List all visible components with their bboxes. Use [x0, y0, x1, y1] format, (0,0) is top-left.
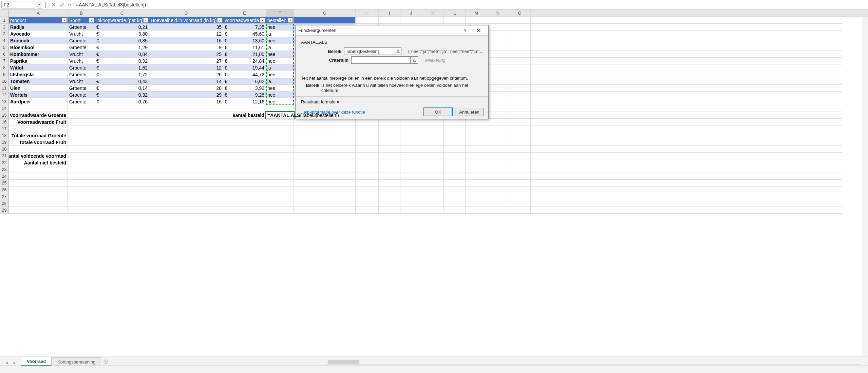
- cell[interactable]: [531, 207, 842, 214]
- cell[interactable]: [487, 51, 509, 58]
- sheet-tab-voorraad[interactable]: Voorraad: [21, 357, 52, 366]
- cell-voorraadwaarde[interactable]: €19,44: [223, 64, 266, 71]
- cell[interactable]: [95, 159, 149, 166]
- dialog-titlebar[interactable]: Functieargumenten ?: [296, 25, 488, 36]
- cell[interactable]: [400, 119, 422, 125]
- cell[interactable]: [95, 139, 149, 146]
- filter-button[interactable]: [89, 18, 94, 23]
- cell-soort[interactable]: Vrucht: [68, 58, 95, 64]
- cell[interactable]: [223, 105, 266, 112]
- cell-A16[interactable]: Voorraadwaarde Fruit: [9, 119, 68, 125]
- cell-hoeveelheid[interactable]: 25: [149, 51, 223, 58]
- row-header-4[interactable]: 4: [0, 37, 9, 44]
- cell[interactable]: [95, 153, 149, 159]
- cell[interactable]: [379, 180, 400, 186]
- cell[interactable]: [531, 125, 842, 132]
- cell[interactable]: [68, 159, 95, 166]
- cell[interactable]: [68, 119, 95, 125]
- cell[interactable]: [95, 180, 149, 186]
- cell-soort[interactable]: Vrucht: [68, 51, 95, 58]
- cell[interactable]: [149, 207, 223, 214]
- cell-voorraadwaarde[interactable]: €12,16: [223, 98, 266, 105]
- row-header-9[interactable]: 9: [0, 71, 9, 78]
- cell[interactable]: [294, 139, 356, 146]
- cell[interactable]: [487, 78, 509, 85]
- row-header-19[interactable]: 19: [0, 139, 9, 146]
- tab-nav-prev[interactable]: ◂: [3, 359, 10, 366]
- cell[interactable]: [422, 119, 444, 125]
- cell-product[interactable]: Witlof: [9, 64, 68, 71]
- cell-soort[interactable]: Groente: [68, 71, 95, 78]
- cell-hoeveelheid[interactable]: 12: [149, 64, 223, 71]
- cell[interactable]: [9, 193, 68, 200]
- cell-inkoop[interactable]: €0,85: [95, 37, 149, 44]
- new-sheet-button[interactable]: [101, 358, 111, 366]
- cell-voorraadwaarde[interactable]: €24,84: [223, 58, 266, 64]
- cell[interactable]: [531, 78, 842, 85]
- cell[interactable]: [487, 146, 509, 153]
- cell[interactable]: [531, 193, 842, 200]
- collapse-dialog-button[interactable]: [411, 56, 418, 64]
- cell[interactable]: [400, 159, 422, 166]
- cell[interactable]: [400, 153, 422, 159]
- cell[interactable]: [95, 200, 149, 207]
- cell[interactable]: [400, 180, 422, 186]
- arg-bereik-input[interactable]: Tabel3[bestellen]: [344, 47, 395, 55]
- cell[interactable]: [68, 132, 95, 139]
- cell[interactable]: [509, 31, 531, 37]
- cell-hoeveelheid[interactable]: 16: [149, 37, 223, 44]
- cell[interactable]: [266, 119, 294, 125]
- cell[interactable]: [509, 186, 531, 193]
- cell[interactable]: [509, 193, 531, 200]
- cell[interactable]: [531, 37, 842, 44]
- cell[interactable]: [379, 17, 400, 24]
- collapse-dialog-button[interactable]: [395, 47, 401, 55]
- cell[interactable]: [149, 200, 223, 207]
- cell-bestellen[interactable]: nee: [266, 58, 294, 64]
- cell[interactable]: [531, 105, 842, 112]
- cell[interactable]: [223, 200, 266, 207]
- cell[interactable]: [466, 200, 487, 207]
- cell[interactable]: [487, 64, 509, 71]
- cell[interactable]: [487, 200, 509, 207]
- tab-nav-next[interactable]: ▸: [12, 359, 18, 366]
- cell[interactable]: [149, 159, 223, 166]
- cell[interactable]: [444, 193, 466, 200]
- row-header-22[interactable]: 22: [0, 159, 9, 166]
- cell-inkoop[interactable]: €1,29: [95, 44, 149, 51]
- row-header-10[interactable]: 10: [0, 78, 9, 85]
- row-header-23[interactable]: 23: [0, 166, 9, 173]
- cell[interactable]: [379, 173, 400, 180]
- col-header-C[interactable]: C: [95, 9, 149, 17]
- cell[interactable]: [223, 207, 266, 214]
- filter-button[interactable]: [143, 18, 148, 23]
- cell[interactable]: [509, 92, 531, 98]
- cell[interactable]: [422, 207, 444, 214]
- cell[interactable]: [400, 132, 422, 139]
- row-header-26[interactable]: 26: [0, 186, 9, 193]
- cell-soort[interactable]: Groente: [68, 92, 95, 98]
- cell[interactable]: [487, 166, 509, 173]
- cell[interactable]: [487, 85, 509, 92]
- cell[interactable]: [509, 78, 531, 85]
- cell[interactable]: [149, 180, 223, 186]
- cancel-formula-button[interactable]: [50, 1, 58, 8]
- row-header-5[interactable]: 5: [0, 44, 9, 51]
- cell[interactable]: [266, 125, 294, 132]
- cell[interactable]: [400, 173, 422, 180]
- cell[interactable]: [223, 119, 266, 125]
- insert-function-button[interactable]: fx: [66, 1, 74, 8]
- cell[interactable]: [149, 119, 223, 125]
- cell[interactable]: [149, 132, 223, 139]
- enter-formula-button[interactable]: [58, 1, 66, 8]
- cell-bestellen[interactable]: nee: [266, 24, 294, 31]
- filter-button[interactable]: [288, 18, 293, 23]
- cell[interactable]: [149, 139, 223, 146]
- cell[interactable]: [149, 193, 223, 200]
- cell[interactable]: [509, 112, 531, 119]
- cell-soort[interactable]: Groente: [68, 24, 95, 31]
- table-header-bestellen[interactable]: bestellen: [266, 17, 294, 24]
- cell[interactable]: [466, 125, 487, 132]
- cell[interactable]: [444, 180, 466, 186]
- cell-bestellen[interactable]: nee: [266, 37, 294, 44]
